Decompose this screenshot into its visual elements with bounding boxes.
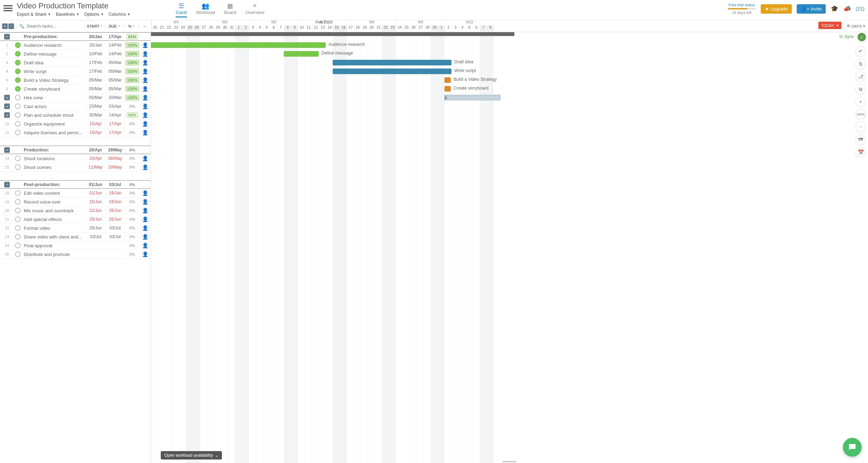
task-row[interactable]: 2✓Define message10/Feb14/Feb100%👤	[0, 50, 151, 58]
assignee-icon[interactable]: 👤	[142, 207, 149, 214]
assignee-icon[interactable]: 👤	[142, 59, 149, 66]
search-input[interactable]	[27, 23, 82, 29]
check-icon[interactable]	[15, 225, 21, 231]
branch-button[interactable]: ⎇	[855, 71, 866, 82]
assignee-icon[interactable]: 👤	[142, 94, 149, 101]
check-icon[interactable]: ✓	[15, 69, 21, 74]
zoom-out-button[interactable]: －	[855, 122, 866, 132]
column-start[interactable]: START▼	[85, 24, 105, 28]
task-row[interactable]: 11Adquire licenses and permi...15/Apr17/…	[0, 128, 151, 137]
task-row[interactable]: 24Final approval0%👤	[0, 241, 151, 250]
check-icon[interactable]: ✓	[15, 77, 21, 83]
today-button[interactable]: TODAY ➜	[818, 22, 841, 29]
back-arrow-button[interactable]: ←	[139, 23, 151, 29]
drag-handle[interactable]	[502, 461, 516, 462]
assignee-icon[interactable]: 👤	[142, 112, 149, 119]
assignee-icon[interactable]: 👤	[142, 225, 149, 232]
menu-hamburger[interactable]	[3, 3, 13, 13]
assignee-icon[interactable]: 👤	[142, 233, 149, 240]
check-icon[interactable]	[15, 95, 21, 100]
check-icon[interactable]	[15, 234, 21, 240]
menu-baselines[interactable]: Baselines ▼	[56, 12, 79, 17]
assignee-icon[interactable]: 👤	[142, 251, 149, 258]
check-icon[interactable]	[15, 190, 21, 196]
check-icon[interactable]	[15, 156, 21, 161]
calendar-button[interactable]: 📅	[855, 147, 866, 157]
megaphone-icon[interactable]: 📣	[843, 5, 851, 13]
expand-icon[interactable]: ＋	[4, 104, 10, 109]
task-row[interactable]: 1✓Audience research20/Jan14/Feb100%👤	[0, 41, 151, 50]
check-icon[interactable]	[15, 251, 21, 257]
menu-options[interactable]: Options ▼	[84, 12, 104, 17]
check-icon[interactable]	[15, 130, 21, 135]
assignee-icon[interactable]: 👤	[142, 42, 149, 49]
task-row[interactable]: ＋Cast actors23/Mar03/Apr0%👤	[0, 102, 151, 111]
expand-all-button[interactable]: ＋	[2, 23, 8, 29]
nav-gantt[interactable]: ☰Gantt	[176, 2, 187, 17]
gantt-bar[interactable]: Write script	[333, 69, 451, 74]
task-row[interactable]: 5✓Build a Video Strategy05/Mar05/Mar100%…	[0, 76, 151, 85]
assignee-icon[interactable]: 👤	[142, 242, 149, 249]
undo-button[interactable]: ↶	[855, 46, 866, 57]
graduation-icon[interactable]: 🎓	[831, 5, 838, 13]
assignee-icon[interactable]: 👤	[142, 216, 149, 223]
check-icon[interactable]	[15, 199, 21, 205]
assignee-icon[interactable]: 👤	[142, 50, 149, 57]
assignee-icon[interactable]: 👤	[142, 77, 149, 84]
check-icon[interactable]	[15, 243, 21, 248]
assignee-icon[interactable]: 👤	[142, 85, 149, 92]
assignee-icon[interactable]: 👤	[142, 190, 149, 197]
collapse-icon[interactable]: －	[4, 182, 10, 187]
assignee-icon[interactable]: 👤	[142, 198, 149, 205]
collapse-all-button[interactable]: －	[8, 23, 14, 29]
dependency-link[interactable]	[444, 95, 500, 100]
check-icon[interactable]	[15, 208, 21, 213]
gantt-bar[interactable]: Audience research	[151, 42, 326, 48]
collapse-icon[interactable]: －	[4, 34, 10, 40]
zoom-reset-button[interactable]: 100%	[855, 109, 866, 120]
task-row[interactable]: 19Record voice-over15/Jun19/Jun0%👤	[0, 198, 151, 206]
assignee-icon[interactable]: 👤	[142, 164, 149, 171]
assignee-icon[interactable]: 👤	[142, 103, 149, 110]
map-button[interactable]: 🗺	[855, 134, 866, 145]
check-icon[interactable]	[15, 104, 21, 109]
task-row[interactable]: 6✓Create storyboard05/Mar05/Mar100%👤	[0, 85, 151, 93]
task-row[interactable]: ＋Plan and schedule shoot30/Mar14/Apr58%👤	[0, 111, 151, 120]
task-row[interactable]: 21Add special effects25/Jun26/Jun0%👤	[0, 215, 151, 224]
check-icon[interactable]	[15, 112, 21, 118]
menu-export-share[interactable]: Export & Share ▼	[17, 12, 51, 17]
task-row[interactable]: 4✓Write script17/Feb05/Mar100%👤	[0, 67, 151, 76]
group-row[interactable]: －Production:20/Apr29/May0%	[0, 145, 151, 154]
collapse-icon[interactable]: －	[4, 147, 10, 153]
task-row[interactable]: ＋Hire crew05/Mar20/Mar100%👤	[0, 93, 151, 102]
task-row[interactable]: 14Shoot locations20/Apr08/May0%👤	[0, 154, 151, 163]
nav-overview[interactable]: ⌖Overview	[245, 2, 264, 17]
check-icon[interactable]	[15, 164, 21, 170]
assignee-icon[interactable]: 👤	[142, 68, 149, 75]
upgrade-button[interactable]: ★ Upgrade	[761, 4, 792, 14]
assignee-icon[interactable]: 👤	[142, 129, 149, 136]
menu-columns[interactable]: Columns ▼	[109, 12, 130, 17]
check-icon[interactable]: ✓	[15, 60, 21, 65]
check-icon[interactable]	[15, 216, 21, 222]
task-row[interactable]: 20Mix music and sountrack22/Jun26/Jun0%👤	[0, 206, 151, 215]
task-row[interactable]: 10Organize equipment15/Apr17/Apr0%👤	[0, 120, 151, 128]
gantt-bar[interactable]: Define message	[284, 51, 319, 57]
copy-button[interactable]: ⧉	[855, 84, 866, 94]
gantt-bar[interactable]: Build a Video Strategy	[444, 77, 451, 83]
workload-availability-button[interactable]: Open workload availability ⌄	[161, 451, 222, 460]
expand-icon[interactable]: ＋	[4, 95, 10, 100]
scale-button[interactable]: ⚙ DAYS ▾	[844, 22, 868, 30]
nav-workload[interactable]: 👥Workload	[196, 2, 215, 17]
expand-icon[interactable]: ＋	[4, 112, 10, 118]
task-row[interactable]: 22Format video29/Jun03/Jul0%👤	[0, 224, 151, 233]
group-row[interactable]: －Post-production:01/Jun03/Jul0%	[0, 180, 151, 189]
chat-button[interactable]	[843, 438, 862, 457]
gantt-bar[interactable]: Draft idea	[333, 60, 451, 65]
column-due[interactable]: DUE▼	[105, 24, 124, 28]
group-row[interactable]: －Pre-production:20/Jan17/Apr81%	[0, 32, 151, 41]
nav-board[interactable]: ▦Board	[224, 2, 237, 17]
task-row[interactable]: 25Distribute and promote0%👤	[0, 250, 151, 259]
assignee-icon[interactable]: 👤	[142, 120, 149, 127]
check-icon[interactable]: ✓	[15, 42, 21, 48]
